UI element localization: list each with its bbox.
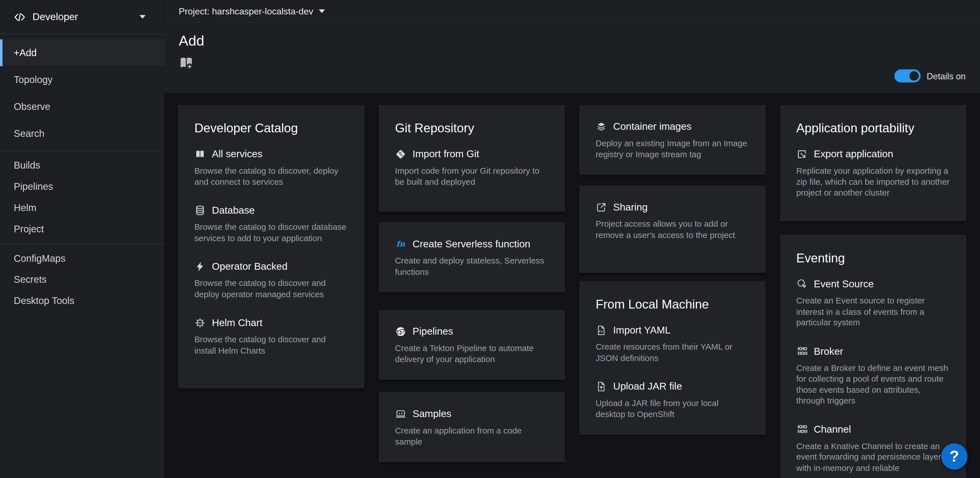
sidebar-item-observe[interactable]: Observe bbox=[0, 93, 164, 120]
export-icon bbox=[796, 148, 808, 159]
add-action-label[interactable]: Helm Chart bbox=[212, 316, 262, 329]
add-action-label[interactable]: Export application bbox=[814, 147, 893, 160]
add-action-samples[interactable]: SamplesCreate an application from a code… bbox=[395, 407, 549, 447]
add-action-description: Browse the catalog to discover, deploy a… bbox=[194, 165, 348, 187]
add-action-import-yaml[interactable]: Import YAMLCreate resources from their Y… bbox=[595, 324, 749, 364]
card-from-local-machine[interactable]: From Local MachineImport YAMLCreate reso… bbox=[579, 281, 765, 435]
add-action-label[interactable]: Operator Backed bbox=[212, 260, 288, 273]
add-action-description: Import code from your Git repository to … bbox=[395, 165, 549, 187]
add-action-helm-chart[interactable]: HELMHelm ChartBrowse the catalog to disc… bbox=[194, 316, 348, 356]
card-column: Git RepositoryImport from GitImport code… bbox=[379, 105, 565, 478]
add-action-header[interactable]: fnCreate Serverless function bbox=[395, 237, 549, 251]
perspective-switcher[interactable]: Developer bbox=[0, 0, 164, 34]
add-action-event-source[interactable]: Event SourceCreate an Event source to re… bbox=[796, 277, 950, 329]
add-action-label[interactable]: Database bbox=[212, 204, 255, 217]
sidebar-item-pipelines[interactable]: Pipelines bbox=[0, 176, 164, 197]
project-dropdown[interactable]: Project: harshcasper-localsta-dev bbox=[164, 0, 980, 22]
card-eventing[interactable]: EventingEvent SourceCreate an Event sour… bbox=[780, 235, 966, 478]
sidebar-item-secrets[interactable]: Secrets bbox=[0, 269, 164, 291]
add-action-label[interactable]: Channel bbox=[814, 422, 851, 435]
nav-group: BuildsPipelinesHelmProject bbox=[0, 155, 164, 240]
add-action-label[interactable]: Sharing bbox=[613, 201, 648, 214]
add-action-label[interactable]: Pipelines bbox=[413, 325, 453, 338]
add-action-description: Replicate your application by exporting … bbox=[796, 165, 950, 199]
main-area: Project: harshcasper-localsta-dev Add De… bbox=[164, 0, 980, 478]
card-pipelines[interactable]: PipelinesCreate a Tekton Pipeline to aut… bbox=[379, 310, 565, 380]
binary-icon bbox=[796, 423, 808, 435]
add-action-description: Project access allows you to add or remo… bbox=[595, 218, 749, 240]
binary-icon bbox=[796, 345, 808, 357]
sidebar-item-project[interactable]: Project bbox=[0, 218, 164, 240]
add-action-header[interactable]: Upload JAR file bbox=[595, 380, 749, 393]
svg-text:HELM: HELM bbox=[197, 321, 203, 324]
book-plus-icon bbox=[179, 56, 194, 71]
add-action-label[interactable]: Import YAML bbox=[613, 324, 671, 337]
card-container-images[interactable]: Container imagesDeploy an existing Image… bbox=[579, 105, 765, 175]
card-application-portability[interactable]: Application portabilityExport applicatio… bbox=[780, 105, 966, 221]
add-action-label[interactable]: All services bbox=[212, 147, 262, 160]
sidebar-item-topology[interactable]: Topology bbox=[0, 66, 164, 93]
samples-icon bbox=[395, 408, 406, 419]
add-action-description: Create resources from their YAML or JSON… bbox=[595, 342, 749, 364]
add-action-header[interactable]: Broker bbox=[796, 345, 950, 357]
add-action-header[interactable]: Operator Backed bbox=[194, 260, 348, 273]
add-action-channel[interactable]: ChannelCreate a Knative Channel to creat… bbox=[796, 422, 950, 473]
add-action-description: Create an Event source to register inter… bbox=[796, 295, 950, 329]
card-git-repository[interactable]: Git RepositoryImport from GitImport code… bbox=[379, 105, 565, 212]
add-action-label[interactable]: Broker bbox=[814, 345, 843, 357]
add-action-import-from-git[interactable]: Import from GitImport code from your Git… bbox=[395, 147, 549, 187]
add-action-label[interactable]: Create Serverless function bbox=[413, 237, 531, 251]
helm-icon: HELM bbox=[194, 317, 205, 329]
help-button[interactable]: ? bbox=[941, 443, 967, 470]
add-action-header[interactable]: Import YAML bbox=[595, 324, 749, 337]
card-title: Application portability bbox=[796, 120, 950, 136]
add-action-header[interactable]: Import from Git bbox=[395, 147, 549, 160]
add-action-header[interactable]: Event Source bbox=[796, 277, 950, 291]
add-action-database[interactable]: DatabaseBrowse the catalog to discover d… bbox=[194, 204, 348, 244]
add-action-header[interactable]: Container images bbox=[595, 120, 749, 133]
sidebar-item-helm[interactable]: Helm bbox=[0, 197, 164, 218]
page-title: Add bbox=[179, 32, 966, 49]
add-action-header[interactable]: HELMHelm Chart bbox=[194, 316, 348, 329]
card-samples[interactable]: SamplesCreate an application from a code… bbox=[379, 392, 565, 462]
add-action-container-images[interactable]: Container imagesDeploy an existing Image… bbox=[595, 120, 749, 160]
layers-icon bbox=[595, 121, 607, 132]
tekton-icon bbox=[395, 326, 406, 337]
add-action-broker[interactable]: BrokerCreate a Broker to define an event… bbox=[796, 345, 950, 406]
chevron-down-icon bbox=[319, 9, 325, 13]
add-action-header[interactable]: Channel bbox=[796, 422, 950, 435]
add-action-label[interactable]: Event Source bbox=[814, 277, 874, 291]
add-action-label[interactable]: Container images bbox=[613, 120, 691, 133]
card-developer-catalog[interactable]: Developer CatalogAll servicesBrowse the … bbox=[178, 105, 364, 389]
add-action-header[interactable]: Samples bbox=[395, 407, 549, 420]
sidebar-item-desktop-tools[interactable]: Desktop Tools bbox=[0, 291, 164, 312]
add-action-operator-backed[interactable]: Operator BackedBrowse the catalog to dis… bbox=[194, 260, 348, 300]
add-action-header[interactable]: Sharing bbox=[595, 201, 749, 214]
card-title: Eventing bbox=[796, 250, 950, 266]
app-window: Developer +AddTopologyObserveSearchBuild… bbox=[0, 0, 980, 478]
nav-group: +AddTopologyObserveSearch bbox=[0, 40, 164, 147]
add-action-all-services[interactable]: All servicesBrowse the catalog to discov… bbox=[194, 147, 348, 187]
add-action-sharing[interactable]: SharingProject access allows you to add … bbox=[595, 201, 749, 241]
card-column: Container imagesDeploy an existing Image… bbox=[579, 105, 765, 478]
card-sharing[interactable]: SharingProject access allows you to add … bbox=[579, 186, 765, 273]
add-action-label[interactable]: Samples bbox=[413, 407, 452, 420]
sidebar-item-builds[interactable]: Builds bbox=[0, 155, 164, 176]
add-action-label[interactable]: Upload JAR file bbox=[613, 380, 682, 393]
database-icon bbox=[194, 205, 205, 216]
add-action-description: Browse the catalog to discover database … bbox=[194, 222, 348, 243]
add-action-export-application[interactable]: Export applicationReplicate your applica… bbox=[796, 147, 950, 199]
add-action-upload-jar-file[interactable]: Upload JAR fileUpload a JAR file from yo… bbox=[595, 380, 749, 420]
add-action-header[interactable]: Export application bbox=[796, 147, 950, 160]
add-action-header[interactable]: Pipelines bbox=[395, 325, 549, 338]
add-action-label[interactable]: Import from Git bbox=[413, 147, 479, 160]
sidebar-item-configmaps[interactable]: ConfigMaps bbox=[0, 248, 164, 269]
add-action-header[interactable]: All services bbox=[194, 147, 348, 160]
sidebar-item-search[interactable]: Search bbox=[0, 120, 164, 147]
details-toggle[interactable] bbox=[894, 70, 920, 83]
card-create-serverless-function[interactable]: fnCreate Serverless functionCreate and d… bbox=[379, 222, 565, 292]
sidebar-item-add[interactable]: +Add bbox=[0, 40, 164, 66]
add-action-header[interactable]: Database bbox=[194, 204, 348, 217]
add-action-pipelines[interactable]: PipelinesCreate a Tekton Pipeline to aut… bbox=[395, 325, 549, 365]
add-action-create-serverless-function[interactable]: fnCreate Serverless functionCreate and d… bbox=[395, 237, 549, 277]
